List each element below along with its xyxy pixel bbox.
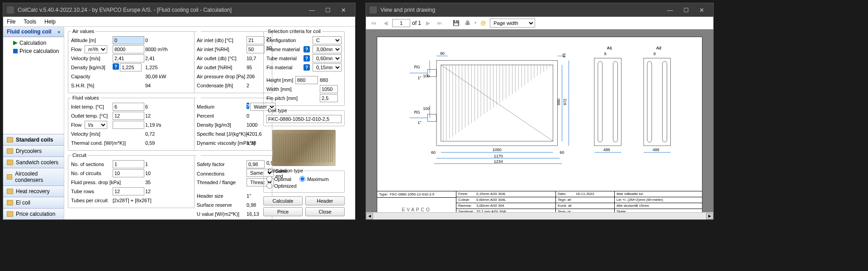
page-input[interactable] <box>392 19 410 27</box>
tb-meta: Dato:18-11-2022 Tegn. af: Kontr. af: Teg… <box>556 191 615 212</box>
air-velocity-input[interactable] <box>113 54 144 62</box>
optimal-radio[interactable]: Optimal <box>266 176 291 182</box>
tree-calculation[interactable]: Calculation <box>6 39 61 47</box>
drawing-viewport[interactable]: RG RG 1" 1" 100 100 90 45 60 1050 60 117… <box>366 29 713 212</box>
circuits-input[interactable] <box>113 169 144 177</box>
svg-text:RG: RG <box>414 65 420 70</box>
fin-select[interactable]: 0,15mm AISI 30 <box>313 63 342 71</box>
fluid-flow-unit[interactable]: l/s <box>85 121 107 129</box>
prev-page-button[interactable]: ◀ <box>380 19 390 28</box>
finpitch-input[interactable] <box>320 94 338 102</box>
next-page-button[interactable]: ▶ <box>423 19 433 28</box>
coilcalc-window: CoilCalc v.5.40.4-2022.10.24 - by EVAPCO… <box>3 3 356 220</box>
sidebar-aircooled-condensers[interactable]: Aircooled condensers <box>3 168 64 185</box>
air-flow-input[interactable] <box>113 45 144 53</box>
visc-label: Dynamic viscosity [mPa*s] <box>197 140 247 146</box>
scroll-right-button[interactable]: ▶ <box>706 213 713 219</box>
tube-rows-input[interactable] <box>113 187 144 195</box>
sidebar-price-calculation[interactable]: Price calculation <box>3 208 64 219</box>
calculate-button[interactable]: Calculate <box>263 196 303 205</box>
coiltype-field <box>266 115 342 123</box>
air-flow-unit[interactable]: m³/h <box>85 45 107 53</box>
fluid-legend: Fluid values <box>71 95 100 100</box>
svg-text:1050: 1050 <box>493 147 502 152</box>
close-button-panel[interactable]: Close <box>305 207 345 216</box>
fluid-velocity-out: 0,72 <box>145 131 168 137</box>
sf-input[interactable] <box>247 160 265 168</box>
sidebar-title[interactable]: Fluid cooling coil « <box>3 27 64 37</box>
svg-text:8: 8 <box>654 52 656 56</box>
minimize-button[interactable]: — <box>304 5 320 15</box>
menu-tools[interactable]: Tools <box>24 19 36 25</box>
altitude-input[interactable] <box>113 36 144 44</box>
app-icon <box>370 6 377 14</box>
folder-icon <box>7 189 13 194</box>
help-icon[interactable]: ? <box>304 64 310 71</box>
sidebar-standard-coils[interactable]: Standard coils <box>3 134 64 145</box>
help-icon[interactable]: ? <box>304 55 310 62</box>
width-input[interactable] <box>320 85 338 93</box>
maximize-button[interactable]: ☐ <box>320 5 336 15</box>
air-density-input[interactable] <box>120 63 142 71</box>
help-icon[interactable]: ? <box>113 63 119 70</box>
maximize-button[interactable]: ☐ <box>678 5 694 15</box>
fluid-density-label: Density [kg/m3] <box>197 122 247 128</box>
height-input[interactable] <box>295 76 318 84</box>
print-icon[interactable]: 🖶 <box>463 19 473 28</box>
menu-help[interactable]: Help <box>44 19 56 25</box>
button-row-2: Price Close <box>263 207 345 216</box>
save-icon[interactable]: 💾 <box>451 19 461 28</box>
width-label: Width [mm] <box>266 86 294 92</box>
help-icon[interactable]: ? <box>247 103 249 109</box>
sidebar-heat-recovery[interactable]: Heat recovery <box>3 185 64 197</box>
air-inlet-db-input[interactable] <box>247 36 265 44</box>
spheat-label: Specific heat [J/(kg*K)] <box>197 131 247 137</box>
tree-price-calculation[interactable]: Price calculation <box>6 47 61 55</box>
svg-text:60: 60 <box>431 150 436 155</box>
email-icon[interactable]: @ <box>478 19 488 28</box>
first-page-button[interactable]: ⏮ <box>369 19 379 28</box>
fluid-flow-label: Flow <box>71 122 81 128</box>
square-icon <box>13 49 18 53</box>
tube-select[interactable]: 0,60mm AISI 30 <box>313 54 342 62</box>
config-select[interactable]: C <box>313 36 342 44</box>
frame-select[interactable]: 3,00mm AISI 30 <box>313 45 342 53</box>
sidebar-sandwich-coolers[interactable]: Sandwich coolers <box>3 157 64 168</box>
sidebar-el-coil[interactable]: El coil <box>3 197 64 208</box>
outlet-temp-input[interactable] <box>113 112 144 120</box>
fluid-flow-input[interactable] <box>113 121 144 129</box>
air-inlet-db-label: Air inlet (db) [°C] <box>197 38 247 43</box>
sections-out: 1 <box>145 162 168 167</box>
ramme-v: 3,00mm AISI 304 <box>476 204 504 208</box>
sidebar-btn-label: Heat recovery <box>16 188 50 195</box>
close-button[interactable]: ✕ <box>336 5 351 15</box>
header-button[interactable]: Header <box>305 196 345 205</box>
close-button[interactable]: ✕ <box>694 5 710 15</box>
menu-file[interactable]: File <box>7 19 15 25</box>
thermal-cond-label: Thermal cond. [W/(m*K)] <box>71 140 112 146</box>
help-icon[interactable]: ? <box>304 46 310 52</box>
optimized-radio[interactable]: Optimized <box>266 183 297 189</box>
scroll-left-button[interactable]: ◀ <box>366 213 373 219</box>
last-page-button[interactable]: ⏭ <box>435 19 445 28</box>
col-left: Air values Altitude [m]0 Flow m³/h8000 m… <box>68 29 194 219</box>
air-inlet-rh-input[interactable] <box>247 45 265 53</box>
air-density-out: 1,225 <box>145 65 168 70</box>
price-button[interactable]: Price <box>263 207 303 216</box>
circuit-legend: Circuit <box>71 152 88 158</box>
tol1: Ikke målsatte tol: <box>617 192 644 196</box>
body: Fluid cooling coil « Calculation Price c… <box>3 27 355 219</box>
sections-input[interactable] <box>113 160 144 168</box>
horizontal-scrollbar[interactable]: ◀ ▶ <box>366 212 713 219</box>
zoom-select[interactable]: Page width <box>490 19 535 28</box>
minimize-button[interactable]: — <box>662 5 678 15</box>
air-velocity-label: Velocity [m/s] <box>71 56 112 61</box>
condensate-label: Condensate [l/h] <box>197 83 247 88</box>
maximum-radio[interactable]: Maximum <box>299 176 329 182</box>
folder-icon <box>7 148 13 154</box>
drawing-window: View and print drawing — ☐ ✕ ⏮ ◀ of 1 ▶ … <box>365 3 714 220</box>
sidebar-drycoolers[interactable]: Drycoolers <box>3 145 64 157</box>
inlet-temp-input[interactable] <box>113 103 144 111</box>
medium-label: Medium <box>197 104 247 109</box>
chevron-left-icon[interactable]: « <box>57 29 60 34</box>
